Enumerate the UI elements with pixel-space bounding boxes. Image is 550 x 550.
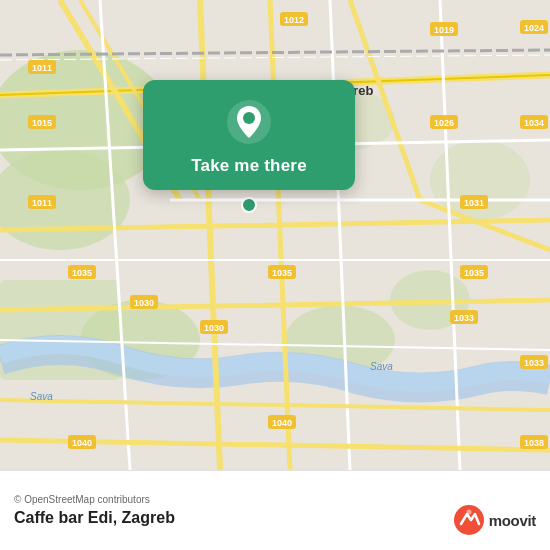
map-view: Zagreb Sava Sava 1012 1019 1024 1011 101… bbox=[0, 0, 550, 470]
svg-text:1038: 1038 bbox=[524, 438, 544, 448]
popup-card[interactable]: Take me there bbox=[143, 80, 355, 190]
moovit-icon bbox=[453, 504, 485, 536]
location-pin-icon bbox=[225, 98, 273, 146]
moovit-logo: moovit bbox=[453, 504, 536, 536]
svg-text:1026: 1026 bbox=[434, 118, 454, 128]
moovit-text: moovit bbox=[489, 512, 536, 529]
svg-text:1040: 1040 bbox=[72, 438, 92, 448]
svg-text:1024: 1024 bbox=[524, 23, 544, 33]
svg-point-70 bbox=[243, 112, 255, 124]
svg-text:1030: 1030 bbox=[134, 298, 154, 308]
svg-point-72 bbox=[466, 510, 471, 515]
svg-text:1031: 1031 bbox=[464, 198, 484, 208]
svg-text:1040: 1040 bbox=[272, 418, 292, 428]
svg-text:1030: 1030 bbox=[204, 323, 224, 333]
svg-text:1035: 1035 bbox=[272, 268, 292, 278]
svg-text:1035: 1035 bbox=[72, 268, 92, 278]
svg-text:1033: 1033 bbox=[454, 313, 474, 323]
svg-text:1035: 1035 bbox=[464, 268, 484, 278]
svg-text:1034: 1034 bbox=[524, 118, 544, 128]
bottom-bar: © OpenStreetMap contributors Caffe bar E… bbox=[0, 470, 550, 550]
svg-text:1011: 1011 bbox=[32, 198, 52, 208]
svg-text:1015: 1015 bbox=[32, 118, 52, 128]
svg-text:1011: 1011 bbox=[32, 63, 52, 73]
svg-text:1012: 1012 bbox=[284, 15, 304, 25]
svg-text:1019: 1019 bbox=[434, 25, 454, 35]
river-label: Sava bbox=[370, 361, 393, 372]
river-label-2: Sava bbox=[30, 391, 53, 402]
svg-point-68 bbox=[242, 198, 256, 212]
svg-text:1033: 1033 bbox=[524, 358, 544, 368]
popup-label: Take me there bbox=[191, 156, 307, 176]
